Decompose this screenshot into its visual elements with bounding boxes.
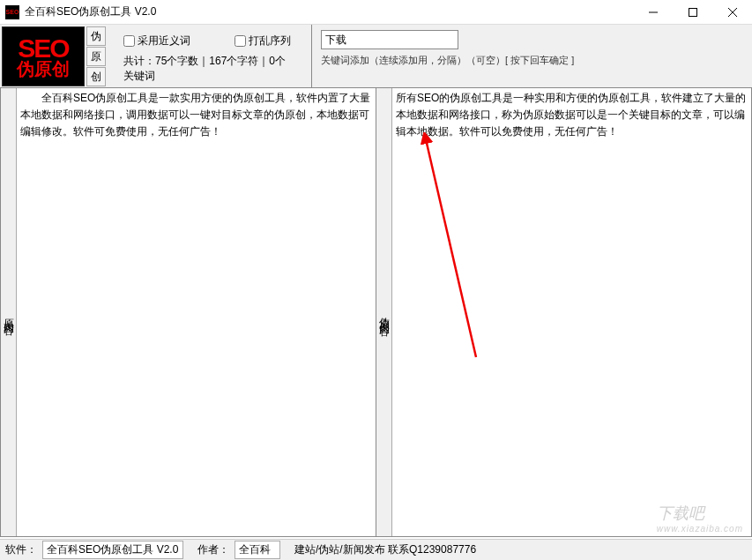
annotation-arrow-icon	[419, 132, 489, 362]
status-bar: 软件： 全百科SEO伪原创工具 V2.0 作者： 全百科 建站/伪站/新闻发布 …	[0, 539, 752, 560]
keyword-input[interactable]	[321, 30, 458, 49]
app-icon: SEO	[5, 5, 19, 19]
logo-main: SEO	[18, 36, 68, 60]
original-panel: 原始内容 全百科SEO伪原创工具是一款实用方便的伪原创工具，软件内置了大量本地数…	[0, 88, 376, 537]
svg-line-5	[426, 139, 476, 357]
shuffle-label: 打乱序列	[249, 34, 291, 49]
logo: SEO 伪原创	[2, 26, 85, 86]
synonym-checkbox[interactable]: 采用近义词	[123, 34, 190, 49]
chuang-button[interactable]: 创	[86, 67, 106, 86]
status-extra: 建站/伪站/新闻发布 联系Q1239087776	[294, 542, 476, 557]
close-button[interactable]	[712, 0, 752, 25]
logo-sub: 伪原创	[17, 60, 70, 78]
svg-rect-1	[689, 8, 696, 16]
window-title: 全百科SEO伪原创工具 V2.0	[25, 4, 633, 19]
yuan-button[interactable]: 原	[86, 47, 106, 66]
minimize-icon	[649, 8, 658, 17]
author-value: 全百科	[235, 541, 280, 559]
keyword-hint: 关键词添加（连续添加用，分隔）（可空）[ 按下回车确定 ]	[321, 53, 743, 68]
synonym-label: 采用近义词	[138, 34, 190, 49]
minimize-button[interactable]	[633, 0, 673, 25]
synonym-input[interactable]	[123, 35, 135, 47]
close-icon	[728, 8, 737, 17]
software-label: 软件：	[5, 542, 37, 557]
stats-text: 共计：75个字数｜167个字符｜0个关键词	[108, 50, 311, 87]
shuffle-checkbox[interactable]: 打乱序列	[235, 34, 291, 49]
rewrite-content[interactable]: 所有SEO的伪原创工具是一种实用和方便的伪原创工具，软件建立了大量的本地数据和网…	[392, 88, 751, 536]
toolbar: SEO 伪原创 伪 原 创 采用近义词 打乱序列 共计：75个字数｜167个字符…	[0, 25, 752, 88]
rewrite-panel: 伪原创内容 所有SEO的伪原创工具是一种实用和方便的伪原创工具，软件建立了大量的…	[376, 88, 752, 537]
original-content[interactable]: 全百科SEO伪原创工具是一款实用方便的伪原创工具，软件内置了大量本地数据和网络接…	[17, 88, 376, 536]
rewrite-label: 伪原创内容	[376, 88, 392, 536]
software-value: 全百科SEO伪原创工具 V2.0	[42, 541, 183, 559]
maximize-icon	[689, 8, 697, 17]
original-label: 原始内容	[1, 88, 17, 536]
maximize-button[interactable]	[673, 0, 712, 25]
author-label: 作者：	[197, 542, 229, 557]
watermark: 下载吧 www.xiazaiba.com	[657, 503, 743, 534]
wei-button[interactable]: 伪	[86, 26, 106, 46]
shuffle-input[interactable]	[235, 35, 246, 47]
